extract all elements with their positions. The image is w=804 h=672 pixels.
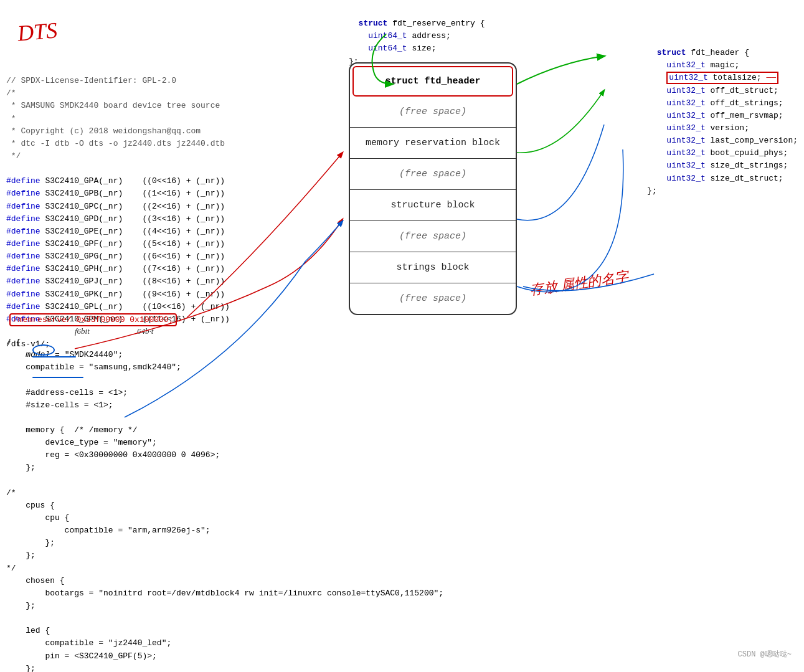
diagram-structure-block: structure block — [350, 190, 516, 221]
struct-fdt-header: struct fdt_header { uint32_t magic; uint… — [647, 34, 798, 197]
diagram-free-3: (free space) — [350, 221, 516, 252]
dts-title: DTS — [16, 17, 58, 46]
struct-reserve-entry: struct fdt_reserve_entry { uint64_t addr… — [349, 5, 485, 68]
compatible-underline-annotation — [32, 356, 76, 357]
annotation-property-name: 存放 属性的名字 — [529, 267, 630, 300]
diagram-free-1: (free space) — [350, 97, 516, 128]
dtb-layout-diagram: struct ftd_header (free space) memory re… — [349, 62, 517, 315]
mode-circle-annotation — [32, 344, 55, 356]
left-code: // SPDX-License-Identifier: GPL-2.0 /* *… — [6, 62, 230, 351]
size-note-1: f6bit — [75, 326, 90, 336]
diagram-strings-block: strings block — [350, 252, 516, 283]
address-cells-underline-annotation — [32, 377, 83, 378]
diagram-box: struct ftd_header (free space) memory re… — [349, 62, 517, 315]
memreserve-statement: /memreserve/ 0x33f00000 0x100000; — [9, 313, 177, 326]
diagram-free-2: (free space) — [350, 159, 516, 190]
watermark: CSDN @嗯哒哒~ — [738, 649, 792, 660]
size-note-2: 64b·t — [137, 326, 153, 336]
diagram-memory-reservation: memory reservation block — [350, 128, 516, 159]
diagram-free-4: (free space) — [350, 283, 516, 314]
diagram-header-row: struct ftd_header — [352, 66, 513, 97]
lower-code: / { model = "SMDK24440"; compatible = "s… — [6, 336, 443, 672]
